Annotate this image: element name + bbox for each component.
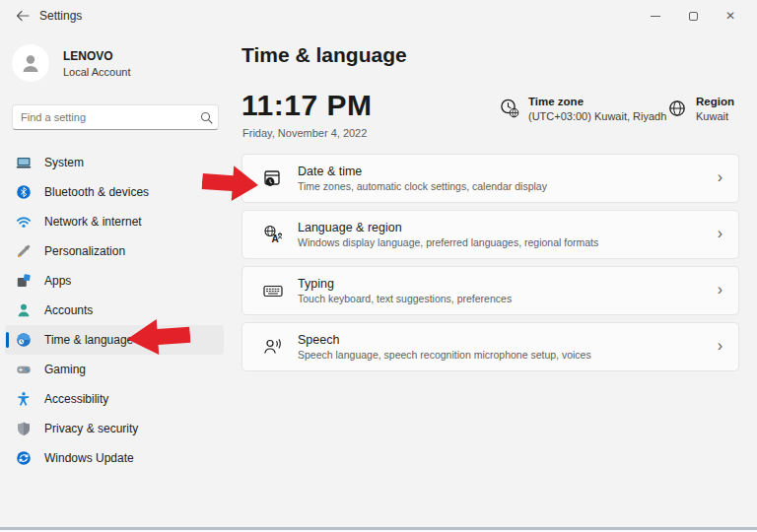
account-type: Local Account [63, 66, 131, 78]
search-icon [194, 111, 218, 124]
card-title: Speech [298, 333, 718, 347]
minimize-button[interactable] [637, 0, 674, 32]
sidebar-nav: System Bluetooth & devices Network & int… [5, 148, 224, 473]
timezone-value: (UTC+03:00) Kuwait, Riyadh [528, 110, 666, 122]
chevron-right-icon: › [718, 282, 723, 299]
clock-time: 11:17 PM [241, 89, 372, 122]
card-title: Typing [298, 277, 718, 291]
sidebar-item-label: Windows Update [44, 451, 134, 465]
apps-icon [16, 273, 32, 289]
timezone-summary: Time zone (UTC+03:00) Kuwait, Riyadh [499, 96, 666, 122]
region-label: Region [696, 96, 734, 107]
sidebar-item-accounts[interactable]: Accounts [5, 296, 224, 325]
sidebar-item-bluetooth[interactable]: Bluetooth & devices [5, 177, 224, 207]
sidebar-item-label: Accounts [44, 303, 93, 317]
region-value: Kuwait [696, 110, 734, 122]
settings-card-speech[interactable]: Speech Speech language, speech recogniti… [241, 322, 739, 371]
region-globe-icon [666, 98, 688, 119]
accessibility-icon [16, 391, 32, 407]
card-subtitle: Time zones, automatic clock settings, ca… [298, 180, 718, 192]
privacy-shield-icon [16, 421, 32, 436]
svg-text:A: A [272, 233, 279, 244]
sidebar: LENOVO Local Account System [0, 32, 229, 532]
search-box[interactable] [12, 104, 219, 130]
speech-icon [262, 336, 284, 358]
timezone-clock-globe-icon [499, 98, 520, 119]
card-subtitle: Speech language, speech recognition micr… [298, 349, 718, 361]
time-language-icon [16, 332, 32, 348]
sidebar-item-label: System [44, 156, 84, 169]
sidebar-item-gaming[interactable]: Gaming [5, 355, 224, 384]
card-title: Language & region [298, 221, 718, 234]
sidebar-item-label: Gaming [44, 363, 86, 376]
chevron-right-icon: › [718, 226, 723, 243]
close-button[interactable]: ✕ [712, 0, 749, 32]
search-input[interactable] [13, 111, 194, 123]
close-icon: ✕ [725, 10, 735, 22]
sidebar-item-apps[interactable]: Apps [5, 266, 224, 296]
sidebar-item-windows-update[interactable]: Windows Update [5, 443, 224, 473]
sidebar-item-label: Privacy & security [44, 422, 138, 435]
windows-update-icon [16, 450, 32, 466]
region-summary: Region Kuwait [666, 96, 734, 122]
network-icon [16, 214, 32, 230]
accounts-icon [16, 302, 32, 318]
sidebar-item-label: Time & language [44, 333, 133, 347]
settings-card-date-time[interactable]: Date & time Time zones, automatic clock … [241, 154, 739, 203]
back-button[interactable] [10, 4, 35, 28]
settings-card-typing[interactable]: Typing Touch keyboard, text suggestions,… [241, 266, 739, 315]
settings-card-language-region[interactable]: A Language & region Windows display lang… [241, 210, 739, 259]
back-arrow-icon [16, 10, 30, 22]
system-icon [16, 155, 32, 170]
language-region-icon: A [262, 224, 284, 245]
sidebar-item-label: Personalization [44, 244, 125, 258]
window-title: Settings [39, 9, 82, 23]
page-title: Time & language [241, 43, 407, 67]
chevron-right-icon: › [718, 169, 723, 187]
card-subtitle: Touch keyboard, text suggestions, prefer… [298, 293, 718, 304]
sidebar-item-network[interactable]: Network & internet [5, 207, 224, 236]
timezone-label: Time zone [528, 96, 666, 107]
sidebar-item-personalization[interactable]: Personalization [5, 236, 224, 266]
date-time-icon [262, 167, 284, 189]
sidebar-item-privacy[interactable]: Privacy & security [5, 414, 224, 443]
sidebar-item-system[interactable]: System [5, 148, 224, 177]
sidebar-item-label: Network & internet [44, 215, 142, 229]
bluetooth-icon [16, 184, 32, 200]
titlebar: Settings ✕ [0, 0, 757, 32]
minimize-icon [651, 16, 660, 17]
avatar[interactable] [12, 44, 49, 82]
sidebar-item-label: Apps [44, 274, 71, 288]
account-name: LENOVO [63, 49, 113, 63]
card-title: Date & time [298, 165, 718, 178]
maximize-button[interactable] [674, 0, 712, 32]
clock-date: Friday, November 4, 2022 [242, 127, 367, 139]
maximize-icon [689, 12, 698, 21]
chevron-right-icon: › [718, 338, 723, 356]
card-subtitle: Windows display language, preferred lang… [298, 236, 718, 248]
typing-keyboard-icon [262, 280, 284, 301]
personalization-icon [16, 243, 32, 259]
user-icon [19, 51, 42, 75]
selected-indicator [6, 332, 9, 348]
sidebar-item-label: Bluetooth & devices [44, 185, 149, 199]
gaming-icon [16, 362, 32, 377]
sidebar-item-accessibility[interactable]: Accessibility [5, 384, 224, 414]
sidebar-item-time-language[interactable]: Time & language [5, 325, 224, 355]
sidebar-item-label: Accessibility [44, 392, 108, 406]
